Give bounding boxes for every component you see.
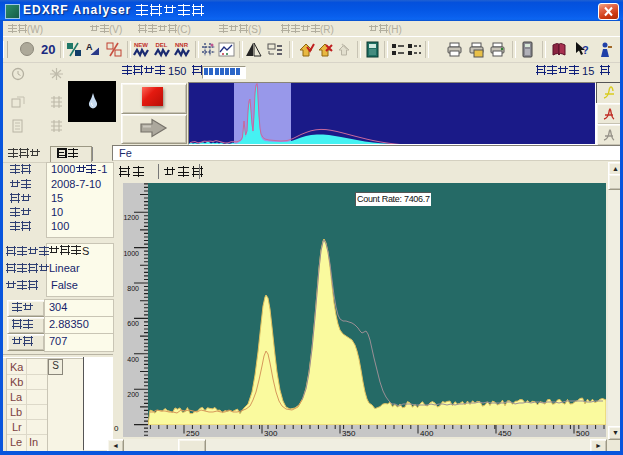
svg-text:?: ? [582,44,589,56]
svg-text:NNR: NNR [175,42,189,48]
svg-text:300: 300 [264,429,278,438]
svg-text:400: 400 [127,356,139,363]
svg-text:A: A [86,42,93,52]
svg-text:1200: 1200 [123,214,139,221]
svg-text:20: 20 [41,42,55,57]
svg-text:350: 350 [342,429,356,438]
svg-text:600: 600 [127,320,139,327]
svg-text:DEL: DEL [156,42,168,48]
svg-text:250: 250 [186,429,200,438]
svg-text:500: 500 [576,429,590,438]
svg-text:400: 400 [420,429,434,438]
svg-text:NEW: NEW [134,42,148,48]
svg-text:450: 450 [498,429,512,438]
svg-text:1000: 1000 [123,250,139,257]
svg-text:200: 200 [127,391,139,398]
svg-text:800: 800 [127,285,139,292]
